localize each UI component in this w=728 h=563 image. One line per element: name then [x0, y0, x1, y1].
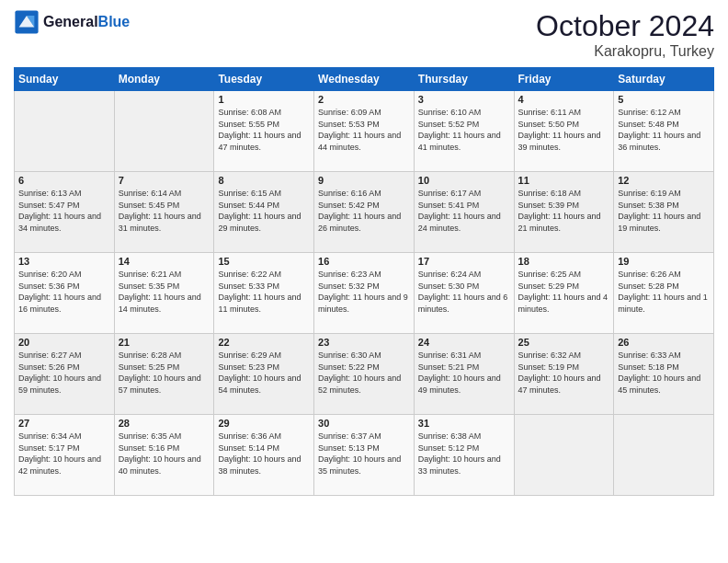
- day-info: Sunrise: 6:22 AM Sunset: 5:33 PM Dayligh…: [218, 269, 310, 315]
- day-number: 10: [418, 175, 510, 186]
- calendar-cell: 17 Sunrise: 6:24 AM Sunset: 5:30 PM Dayl…: [414, 253, 514, 334]
- daylight: Daylight: 11 hours and 26 minutes.: [318, 212, 401, 233]
- sunset: Sunset: 5:39 PM: [518, 201, 580, 210]
- day-info: Sunrise: 6:25 AM Sunset: 5:29 PM Dayligh…: [518, 269, 610, 315]
- daylight: Daylight: 11 hours and 19 minutes.: [618, 212, 700, 233]
- day-info: Sunrise: 6:14 AM Sunset: 5:45 PM Dayligh…: [119, 188, 210, 234]
- day-number: 9: [318, 175, 410, 186]
- day-number: 1: [218, 94, 310, 105]
- day-number: 5: [618, 94, 710, 105]
- calendar-cell: 4 Sunrise: 6:11 AM Sunset: 5:50 PM Dayli…: [514, 91, 614, 172]
- day-number: 18: [518, 256, 610, 267]
- calendar-cell: 21 Sunrise: 6:28 AM Sunset: 5:25 PM Dayl…: [114, 334, 214, 415]
- header-wednesday: Wednesday: [314, 68, 415, 91]
- header-saturday: Saturday: [614, 68, 714, 91]
- daylight: Daylight: 11 hours and 11 minutes.: [218, 293, 301, 314]
- sunset: Sunset: 5:45 PM: [119, 201, 180, 210]
- day-number: 25: [518, 337, 610, 348]
- daylight: Daylight: 11 hours and 44 minutes.: [318, 131, 401, 152]
- day-info: Sunrise: 6:27 AM Sunset: 5:26 PM Dayligh…: [18, 350, 110, 396]
- day-number: 27: [18, 418, 110, 429]
- calendar-cell: 2 Sunrise: 6:09 AM Sunset: 5:53 PM Dayli…: [314, 91, 415, 172]
- sunset: Sunset: 5:29 PM: [518, 282, 580, 291]
- calendar-cell: 15 Sunrise: 6:22 AM Sunset: 5:33 PM Dayl…: [214, 253, 314, 334]
- sunset: Sunset: 5:30 PM: [418, 282, 480, 291]
- sunrise: Sunrise: 6:33 AM: [618, 350, 681, 360]
- daylight: Daylight: 10 hours and 47 minutes.: [518, 373, 601, 395]
- sunrise: Sunrise: 6:14 AM: [119, 189, 182, 198]
- calendar-cell: 11 Sunrise: 6:18 AM Sunset: 5:39 PM Dayl…: [514, 172, 614, 253]
- calendar-cell: 24 Sunrise: 6:31 AM Sunset: 5:21 PM Dayl…: [414, 334, 514, 415]
- logo-blue: Blue: [98, 14, 131, 29]
- sunset: Sunset: 5:26 PM: [18, 362, 80, 372]
- day-info: Sunrise: 6:17 AM Sunset: 5:41 PM Dayligh…: [418, 188, 510, 234]
- logo-icon: [14, 9, 40, 35]
- sunrise: Sunrise: 6:08 AM: [218, 108, 281, 117]
- calendar-cell: 8 Sunrise: 6:15 AM Sunset: 5:44 PM Dayli…: [214, 172, 314, 253]
- calendar-cell: 5 Sunrise: 6:12 AM Sunset: 5:48 PM Dayli…: [614, 91, 714, 172]
- sunset: Sunset: 5:25 PM: [119, 362, 180, 372]
- daylight: Daylight: 11 hours and 1 minute.: [618, 293, 708, 314]
- daylight: Daylight: 10 hours and 35 minutes.: [318, 454, 401, 476]
- sunset: Sunset: 5:53 PM: [318, 120, 380, 129]
- sunrise: Sunrise: 6:17 AM: [418, 189, 482, 198]
- logo-text: GeneralBlue: [43, 14, 130, 30]
- calendar-cell: 16 Sunrise: 6:23 AM Sunset: 5:32 PM Dayl…: [314, 253, 415, 334]
- sunrise: Sunrise: 6:34 AM: [18, 431, 82, 441]
- calendar-cell: 18 Sunrise: 6:25 AM Sunset: 5:29 PM Dayl…: [514, 253, 614, 334]
- sunrise: Sunrise: 6:15 AM: [218, 189, 281, 198]
- daylight: Daylight: 11 hours and 14 minutes.: [119, 293, 201, 314]
- logo: GeneralBlue: [14, 9, 130, 35]
- day-number: 22: [218, 337, 310, 348]
- day-info: Sunrise: 6:20 AM Sunset: 5:36 PM Dayligh…: [18, 269, 110, 315]
- day-number: 31: [418, 418, 510, 429]
- calendar-cell: 14 Sunrise: 6:21 AM Sunset: 5:35 PM Dayl…: [114, 253, 214, 334]
- day-info: Sunrise: 6:34 AM Sunset: 5:17 PM Dayligh…: [18, 431, 110, 477]
- sunset: Sunset: 5:19 PM: [518, 362, 580, 372]
- sunset: Sunset: 5:28 PM: [618, 282, 679, 291]
- daylight: Daylight: 11 hours and 34 minutes.: [18, 212, 101, 233]
- sunrise: Sunrise: 6:37 AM: [318, 431, 381, 441]
- calendar-cell: 31 Sunrise: 6:38 AM Sunset: 5:12 PM Dayl…: [414, 415, 514, 496]
- daylight: Daylight: 11 hours and 29 minutes.: [218, 212, 301, 233]
- calendar-cell: 30 Sunrise: 6:37 AM Sunset: 5:13 PM Dayl…: [314, 415, 415, 496]
- day-info: Sunrise: 6:18 AM Sunset: 5:39 PM Dayligh…: [518, 188, 610, 234]
- sunrise: Sunrise: 6:36 AM: [218, 431, 281, 441]
- sunrise: Sunrise: 6:22 AM: [218, 270, 281, 279]
- sunset: Sunset: 5:13 PM: [318, 443, 380, 453]
- calendar-cell: 23 Sunrise: 6:30 AM Sunset: 5:22 PM Dayl…: [314, 334, 415, 415]
- day-number: 21: [119, 337, 210, 348]
- sunrise: Sunrise: 6:27 AM: [18, 350, 82, 360]
- calendar-cell: 10 Sunrise: 6:17 AM Sunset: 5:41 PM Dayl…: [414, 172, 514, 253]
- sunrise: Sunrise: 6:11 AM: [518, 108, 582, 117]
- location: Karakopru, Turkey: [536, 43, 714, 60]
- daylight: Daylight: 10 hours and 45 minutes.: [618, 373, 700, 395]
- sunrise: Sunrise: 6:20 AM: [18, 270, 82, 279]
- calendar-week-5: 27 Sunrise: 6:34 AM Sunset: 5:17 PM Dayl…: [15, 415, 714, 496]
- sunrise: Sunrise: 6:12 AM: [618, 108, 681, 117]
- day-number: 7: [119, 175, 210, 186]
- sunset: Sunset: 5:18 PM: [618, 362, 679, 372]
- day-number: 16: [318, 256, 410, 267]
- calendar-cell: 6 Sunrise: 6:13 AM Sunset: 5:47 PM Dayli…: [15, 172, 115, 253]
- header: GeneralBlue October 2024 Karakopru, Turk…: [14, 9, 714, 60]
- calendar-cell: [514, 415, 614, 496]
- daylight: Daylight: 10 hours and 57 minutes.: [119, 373, 201, 395]
- day-number: 14: [119, 256, 210, 267]
- daylight: Daylight: 10 hours and 42 minutes.: [18, 454, 101, 476]
- day-info: Sunrise: 6:21 AM Sunset: 5:35 PM Dayligh…: [119, 269, 210, 315]
- day-info: Sunrise: 6:38 AM Sunset: 5:12 PM Dayligh…: [418, 431, 510, 477]
- sunrise: Sunrise: 6:18 AM: [518, 189, 582, 198]
- sunset: Sunset: 5:42 PM: [318, 201, 380, 210]
- sunset: Sunset: 5:16 PM: [119, 443, 180, 453]
- day-info: Sunrise: 6:16 AM Sunset: 5:42 PM Dayligh…: [318, 188, 410, 234]
- daylight: Daylight: 11 hours and 16 minutes.: [18, 293, 101, 314]
- day-number: 17: [418, 256, 510, 267]
- sunset: Sunset: 5:23 PM: [218, 362, 279, 372]
- calendar-cell: 28 Sunrise: 6:35 AM Sunset: 5:16 PM Dayl…: [114, 415, 214, 496]
- calendar-cell: 9 Sunrise: 6:16 AM Sunset: 5:42 PM Dayli…: [314, 172, 415, 253]
- header-thursday: Thursday: [414, 68, 514, 91]
- sunrise: Sunrise: 6:24 AM: [418, 270, 482, 279]
- day-number: 4: [518, 94, 610, 105]
- sunrise: Sunrise: 6:21 AM: [119, 270, 182, 279]
